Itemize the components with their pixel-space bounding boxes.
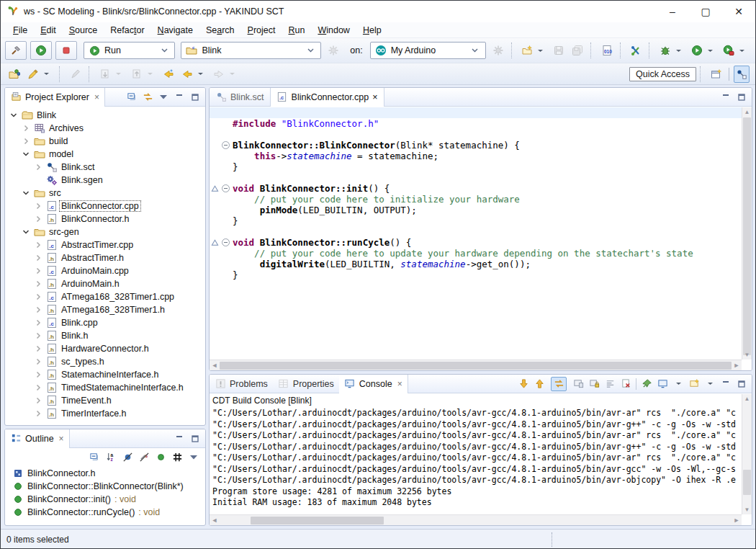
save-all-button[interactable] [570, 42, 585, 59]
target-settings-gear-button[interactable] [490, 42, 506, 59]
close-icon[interactable]: × [59, 434, 64, 444]
tree-item[interactable]: .hTimerInterface.h [5, 407, 205, 420]
code-line[interactable] [210, 172, 742, 183]
menu-source[interactable]: Source [63, 24, 104, 37]
fold-margin[interactable] [220, 141, 231, 149]
dropdown-arrow-icon[interactable] [672, 378, 684, 390]
sc-modeling-perspective-button[interactable] [734, 66, 750, 83]
maximize-view-button[interactable] [189, 92, 201, 103]
close-window-button[interactable]: ✕ [722, 1, 755, 22]
tree-item[interactable]: .hBlinkConnector.h [5, 213, 205, 226]
fold-margin[interactable] [220, 184, 231, 192]
generate-code-button[interactable] [628, 42, 644, 59]
maximize-view-button[interactable] [736, 92, 747, 103]
maximize-view-button[interactable] [736, 378, 747, 390]
menu-navigate[interactable]: Navigate [151, 24, 199, 37]
console-vertical-scrollbar[interactable]: ▲ ▼ [742, 394, 752, 514]
close-icon[interactable]: × [397, 379, 402, 389]
scroll-right-icon[interactable]: ► [732, 362, 742, 369]
menu-file[interactable]: File [6, 24, 34, 37]
format-pen-button[interactable] [68, 66, 84, 83]
hide-non-public-button[interactable] [155, 451, 166, 463]
stop-button[interactable] [55, 41, 77, 60]
close-icon[interactable]: × [372, 92, 377, 102]
save-button[interactable] [551, 42, 567, 59]
tree-item[interactable]: src-gen [5, 226, 205, 238]
minimize-window-button[interactable]: – [656, 1, 689, 22]
back-button[interactable] [179, 66, 208, 83]
open-perspective-button[interactable] [708, 66, 724, 83]
display-console-button[interactable] [657, 378, 668, 390]
menu-project[interactable]: Project [241, 24, 282, 37]
outline-item[interactable]: BlinkConnector::init() : void [5, 493, 205, 506]
tree-item[interactable]: .cArduinoMain.cpp [5, 264, 205, 277]
code-line[interactable]: // put your code here to update your har… [210, 248, 742, 259]
menu-refactor[interactable]: Refactor [104, 24, 150, 37]
collapse-all-button[interactable] [126, 92, 138, 103]
tree-item[interactable]: .hsc_types.h [5, 355, 205, 368]
outline-item[interactable]: BlinkConnector::runCycle() : void [5, 506, 205, 519]
tab-blinkconnector-cpp[interactable]: .c BlinkConnector.cpp × [270, 88, 384, 107]
scroll-up-icon[interactable]: ▲ [742, 394, 752, 403]
tree-item[interactable]: .hArduinoMain.h [5, 277, 205, 290]
run-play-button[interactable] [30, 41, 52, 60]
scroll-right-icon[interactable]: ► [732, 517, 742, 524]
tree-item[interactable]: build [5, 135, 205, 148]
tree-item[interactable]: .hHardwareConnector.h [5, 342, 205, 355]
tree-item[interactable]: .hATmega168_328Timer1.h [5, 303, 205, 316]
code-line[interactable]: this->statemachine = statemachine; [210, 151, 742, 161]
new-wizard-button[interactable] [519, 42, 548, 59]
view-menu-button[interactable] [188, 451, 199, 463]
code-line[interactable]: } [210, 161, 742, 172]
sort-button[interactable]: az [105, 451, 117, 463]
tree-item[interactable]: Blink.sgen [5, 174, 205, 187]
close-icon[interactable]: × [94, 92, 99, 102]
menu-help[interactable]: Help [356, 24, 388, 37]
menu-window[interactable]: Window [311, 24, 356, 37]
word-wrap-button[interactable] [572, 378, 584, 390]
build-hammer-button[interactable] [5, 41, 27, 60]
code-line[interactable]: // put your code here to initialize your… [210, 194, 742, 205]
tree-item[interactable]: Archives [5, 122, 205, 135]
hide-static-members-button[interactable]: s [138, 451, 150, 463]
collapse-all-button[interactable] [89, 451, 100, 463]
run-config-combo[interactable]: Run [84, 42, 175, 59]
forward-button[interactable] [211, 66, 240, 83]
run-button[interactable] [689, 42, 718, 59]
tree-item[interactable]: .cAbstractTimer.cpp [5, 238, 205, 251]
code-line[interactable]: void BlinkConnector::init() { [210, 183, 742, 194]
minimize-view-button[interactable] [174, 433, 185, 445]
tab-blink-sct[interactable]: Blink.sct [210, 88, 270, 107]
tree-item[interactable]: .cATmega168_328Timer1.cpp [5, 290, 205, 303]
code-line[interactable]: pinMode(LED_BUILTIN, OUTPUT); [210, 205, 742, 215]
code-line[interactable] [210, 107, 742, 118]
clear-console-button[interactable] [604, 378, 616, 390]
tab-problems[interactable]: Problems [210, 375, 273, 393]
code-line[interactable] [210, 129, 742, 140]
maximize-view-button[interactable] [189, 433, 201, 445]
code-line[interactable]: } [210, 215, 742, 226]
binary-file-button[interactable]: 010 [599, 42, 615, 59]
minimize-view-button[interactable] [720, 92, 732, 103]
scroll-lock-button[interactable] [588, 378, 600, 390]
menu-edit[interactable]: Edit [34, 24, 63, 37]
previous-annotation-button[interactable] [129, 66, 158, 83]
tree-item[interactable]: .hTimeEvent.h [5, 394, 205, 407]
tree-item[interactable]: Blink.sct [5, 161, 205, 174]
remove-launch-button[interactable] [620, 378, 631, 390]
tab-properties[interactable]: Properties [273, 375, 339, 393]
code-line[interactable] [210, 226, 742, 237]
tree-item[interactable]: Blink [5, 109, 205, 122]
project-combo[interactable]: c Blink [181, 42, 321, 59]
last-edit-location-button[interactable] [161, 66, 176, 83]
open-console-button[interactable] [688, 378, 700, 390]
open-element-button[interactable] [6, 66, 22, 83]
scroll-left-icon[interactable]: ◄ [210, 362, 220, 369]
tree-item[interactable]: .hBlink.h [5, 329, 205, 342]
code-line[interactable]: digitalWrite(LED_BUILTIN, statemachine->… [210, 259, 742, 269]
hide-fields-button[interactable] [122, 451, 133, 463]
link-with-editor-button[interactable] [142, 92, 153, 103]
project-settings-gear-button[interactable] [325, 42, 341, 59]
menu-search[interactable]: Search [199, 24, 241, 37]
tab-outline[interactable]: Outline × [5, 429, 70, 448]
